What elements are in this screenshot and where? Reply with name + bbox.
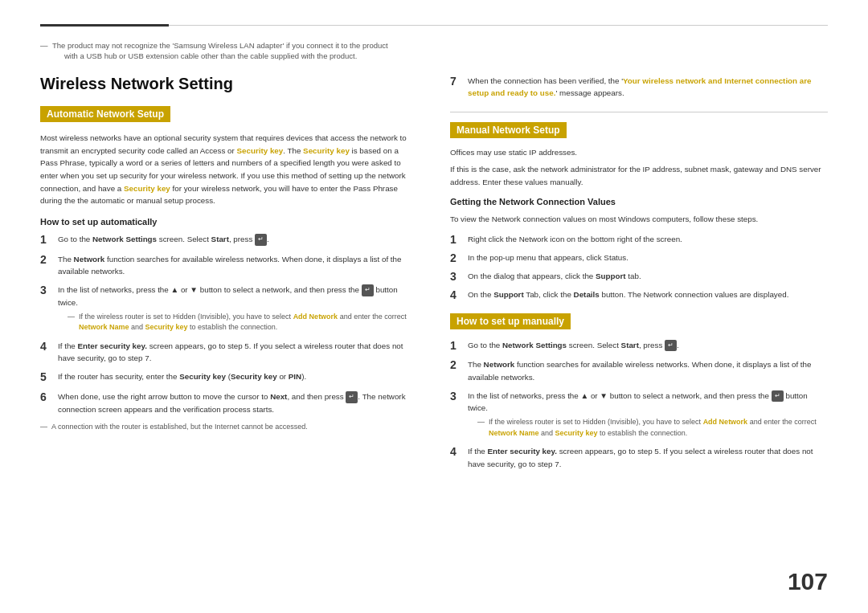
security-key-bold-5: Security key (179, 372, 226, 381)
add-network-bold: Add Network (293, 313, 338, 321)
start-bold: Start (211, 235, 229, 243)
enter-key-icon: ↵ (255, 234, 267, 245)
page-title: Wireless Network Setting (40, 75, 418, 93)
network-bold-2: Network (74, 255, 105, 264)
top-decorative-lines (40, 24, 828, 27)
manual-step-4: 4 If the Enter security key. screen appe… (450, 445, 828, 469)
network-steps-list: 1 Right click the Network icon on the bo… (450, 233, 828, 301)
right-column: 7 When the connection has been verified,… (450, 75, 828, 476)
add-network-manual-bold: Add Network (703, 418, 748, 426)
top-note-line2: with a USB hub or USB extension cable ot… (52, 51, 828, 60)
enter-key-manual-3: ↵ (772, 390, 784, 402)
top-note: The product may not recognize the 'Samsu… (40, 41, 828, 60)
intro-paragraph: Most wireless networks have an optional … (40, 132, 418, 207)
auto-step-3: 3 In the list of networks, press the ▲ o… (40, 284, 418, 333)
network-bold-manual-2: Network (484, 360, 515, 369)
manual-step-1: 1 Go to the Network Settings screen. Sel… (450, 339, 828, 353)
page-number: 107 (788, 568, 828, 595)
pin-bold: PIN (289, 372, 301, 381)
auto-setup-steps: 1 Go to the Network Settings screen. Sel… (40, 233, 418, 415)
top-line-dark (40, 24, 169, 27)
support-bold-4: Support (493, 290, 524, 299)
enter-security-key-manual-bold: Enter security key. (488, 447, 557, 456)
security-key-ref3: Security key (124, 184, 170, 193)
manual-step-2: 2 The Network function searches for avai… (450, 358, 828, 382)
security-key-bold-note: Security key (145, 323, 188, 331)
auto-step-5: 5 If the router has security, enter the … (40, 370, 418, 384)
manual-step3-note: If the wireless router is set to Hidden … (477, 417, 828, 439)
manual-setup-heading: Manual Network Setup (450, 122, 567, 138)
manual-step-3: 3 In the list of networks, press the ▲ o… (450, 390, 828, 439)
network-settings-manual-bold: Network Settings (502, 341, 567, 349)
network-name-manual-bold: Network Name (489, 429, 539, 437)
enter-key-icon-3: ↵ (362, 284, 374, 296)
how-to-auto-heading: How to set up automatically (40, 217, 418, 227)
next-bold: Next (270, 392, 287, 401)
security-key-ref2: Security key (303, 146, 350, 155)
getting-network-intro: To view the Network connection values on… (450, 213, 828, 226)
support-tab-bold: Support (596, 272, 626, 280)
bottom-note: A connection with the router is establis… (40, 422, 418, 433)
page: The product may not recognize the 'Samsu… (0, 0, 868, 613)
network-name-bold: Network Name (79, 323, 129, 331)
connection-verified-text: Your wireless network and Internet conne… (468, 76, 812, 97)
enter-key-manual-1: ↵ (665, 340, 677, 351)
auto-step-1: 1 Go to the Network Settings screen. Sel… (40, 233, 418, 247)
right-step-7: 7 When the connection has been verified,… (450, 75, 828, 99)
network-settings-bold: Network Settings (92, 235, 157, 243)
how-to-manual-heading: How to set up manually (450, 313, 571, 329)
left-column: Wireless Network Setting Automatic Netwo… (40, 75, 418, 476)
step3-note: If the wireless router is set to Hidden … (68, 312, 418, 333)
manual-steps-list: 1 Go to the Network Settings screen. Sel… (450, 339, 828, 470)
auto-step-4: 4 If the Enter security key. screen appe… (40, 340, 418, 364)
top-line-light (169, 25, 828, 26)
security-key-bold-5b: Security key (231, 372, 277, 381)
security-key-manual-bold: Security key (555, 429, 598, 437)
network-step-4: 4 On the Support Tab, click the Details … (450, 288, 828, 302)
network-step-3: 3 On the dialog that appears, click the … (450, 270, 828, 284)
auto-step-6: 6 When done, use the right arrow button … (40, 390, 418, 415)
auto-step-2: 2 The Network function searches for avai… (40, 253, 418, 277)
start-manual-bold: Start (621, 341, 639, 349)
enter-key-icon-6: ↵ (346, 391, 358, 403)
network-step-2: 2 In the pop-up menu that appears, click… (450, 251, 828, 265)
enter-security-key-bold: Enter security key. (78, 341, 147, 350)
admin-text: If this is the case, ask the network adm… (450, 163, 828, 188)
main-content: Wireless Network Setting Automatic Netwo… (40, 75, 828, 476)
getting-network-heading: Getting the Network Connection Values (450, 197, 828, 206)
details-bold: Details (574, 290, 600, 299)
automatic-setup-heading: Automatic Network Setup (40, 106, 170, 122)
offices-text: Offices may use static IP addresses. (450, 148, 828, 157)
separator-line (450, 112, 828, 112)
network-step-1: 1 Right click the Network icon on the bo… (450, 233, 828, 247)
security-key-ref1: Security key (237, 146, 284, 155)
